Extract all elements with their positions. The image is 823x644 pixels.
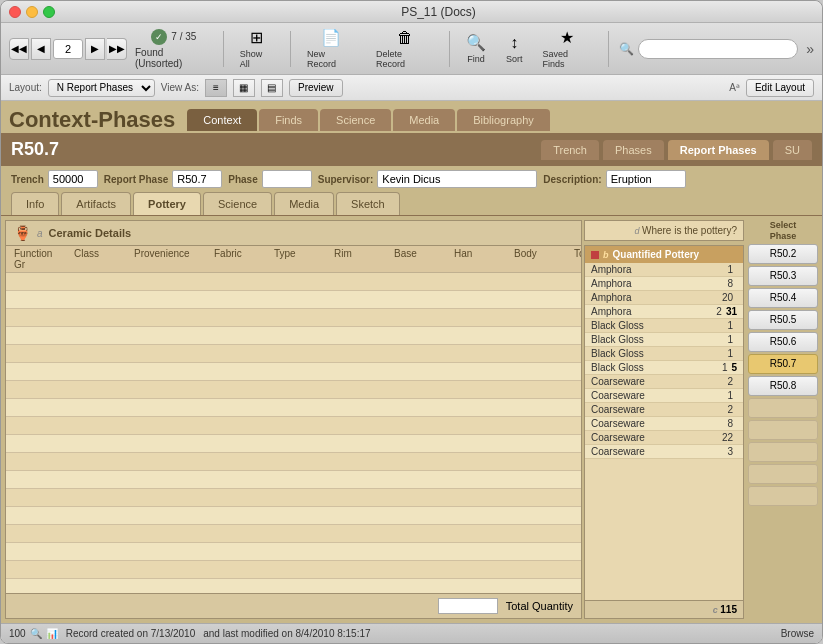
quantified-total: c 115 [585, 600, 743, 618]
nav-forward-button[interactable]: ▶ [85, 38, 105, 60]
tab-context[interactable]: Context [187, 109, 257, 131]
col-base: Base [394, 248, 454, 270]
section-tab-pottery[interactable]: Pottery [133, 192, 201, 215]
graph-icon: 📊 [46, 628, 58, 639]
subtab-trench[interactable]: Trench [541, 140, 599, 160]
table-view-button[interactable]: ▤ [261, 79, 283, 97]
saved-finds-button[interactable]: ★ Saved Finds [537, 26, 599, 71]
minimize-button[interactable] [26, 6, 38, 18]
find-button[interactable]: 🔍 Find [460, 31, 492, 66]
layout-select[interactable]: N Report Phases [48, 79, 155, 97]
preview-button[interactable]: Preview [289, 79, 343, 97]
phase-spacer-1 [748, 398, 818, 418]
ceramic-icon: 🏺 [14, 225, 31, 241]
subtab-su[interactable]: SU [773, 140, 812, 160]
maximize-button[interactable] [43, 6, 55, 18]
ceramic-columns: Function Gr Class Provenience Fabric Typ… [6, 246, 581, 273]
zoom-value: 100 [9, 628, 26, 639]
text-size-button[interactable]: Aᵃ [729, 82, 740, 93]
separator-2 [290, 31, 291, 67]
quant-row-5: Black Gloss 1 [585, 319, 743, 333]
ceramic-header: 🏺 a Ceramic Details [6, 221, 581, 246]
ceramic-row-7 [6, 381, 581, 399]
sort-button[interactable]: ↕ Sort [500, 32, 529, 66]
traffic-lights [9, 6, 55, 18]
quant-row-4: Amphora 2 31 [585, 305, 743, 319]
section-tab-science[interactable]: Science [203, 192, 272, 215]
toolbar: ◀◀ ◀ 2 ▶ ▶▶ ✓ 7 / 35 Found (Unsorted) ⊞ … [1, 23, 822, 75]
ceramic-row-4 [6, 327, 581, 345]
description-field: Description: [543, 170, 685, 188]
record-number[interactable]: 2 [53, 39, 83, 59]
subtab-report-phases[interactable]: Report Phases [668, 140, 769, 160]
section-tab-info[interactable]: Info [11, 192, 59, 215]
total-quantity-label: Total Quantity [506, 600, 573, 612]
note-b: b [603, 250, 609, 260]
window-title: PS_11 (Docs) [63, 5, 814, 19]
found-indicator: ✓ [151, 29, 167, 45]
section-tab-sketch[interactable]: Sketch [336, 192, 400, 215]
phase-btn-r50-4[interactable]: R50.4 [748, 288, 818, 308]
delete-record-button[interactable]: 🗑 Delete Record [370, 27, 439, 71]
supervisor-input[interactable] [377, 170, 537, 188]
description-label: Description: [543, 174, 601, 185]
ceramic-row-14 [6, 507, 581, 525]
close-button[interactable] [9, 6, 21, 18]
phase-btn-r50-2[interactable]: R50.2 [748, 244, 818, 264]
description-input[interactable] [606, 170, 686, 188]
found-count: 7 / 35 [171, 31, 196, 42]
quant-row-12: Coarseware 8 [585, 417, 743, 431]
trench-input[interactable] [48, 170, 98, 188]
quantified-header: b Quantified Pottery [585, 246, 743, 263]
report-phase-input[interactable] [172, 170, 222, 188]
ceramic-row-5 [6, 345, 581, 363]
ceramic-row-8 [6, 399, 581, 417]
tab-media[interactable]: Media [393, 109, 455, 131]
form-view-button[interactable]: ≡ [205, 79, 227, 97]
section-tab-artifacts[interactable]: Artifacts [61, 192, 131, 215]
phase-btn-r50-5[interactable]: R50.5 [748, 310, 818, 330]
phase-btn-r50-7[interactable]: R50.7 [748, 354, 818, 374]
ceramic-row-3 [6, 309, 581, 327]
trench-label: Trench [11, 174, 44, 185]
tab-science[interactable]: Science [320, 109, 391, 131]
subtab-phases[interactable]: Phases [603, 140, 664, 160]
toolbar-expand-icon[interactable]: » [806, 41, 814, 57]
section-tab-media[interactable]: Media [274, 192, 334, 215]
total-quantity-input[interactable] [438, 598, 498, 614]
ceramic-row-16 [6, 543, 581, 561]
tab-bibliography[interactable]: Bibliography [457, 109, 550, 131]
phase-btn-r50-6[interactable]: R50.6 [748, 332, 818, 352]
ceramic-row-12 [6, 471, 581, 489]
nav-back-button[interactable]: ◀ [31, 38, 51, 60]
main-content: Context-Phases Context Finds Science Med… [1, 101, 822, 623]
ceramic-row-17 [6, 561, 581, 579]
quantified-rows: Amphora 1 Amphora 8 Amphora 20 Amphora [585, 263, 743, 600]
record-header: R50.7 Trench Phases Report Phases SU [1, 133, 822, 166]
phase-spacer-4 [748, 464, 818, 484]
phase-btn-r50-3[interactable]: R50.3 [748, 266, 818, 286]
main-window: PS_11 (Docs) ◀◀ ◀ 2 ▶ ▶▶ ✓ 7 / 35 Found … [0, 0, 823, 644]
nav-back-back-button[interactable]: ◀◀ [9, 38, 29, 60]
supervisor-field: Supervisor: [318, 170, 538, 188]
list-view-button[interactable]: ▦ [233, 79, 255, 97]
phase-label: Phase [228, 174, 257, 185]
show-all-button[interactable]: ⊞ Show All [234, 26, 280, 71]
quant-row-10: Coarseware 1 [585, 389, 743, 403]
col-provenience: Provenience [134, 248, 214, 270]
phase-input[interactable] [262, 170, 312, 188]
ceramic-row-18 [6, 579, 581, 593]
phase-btn-r50-8[interactable]: R50.8 [748, 376, 818, 396]
ceramic-row-6 [6, 363, 581, 381]
edit-layout-button[interactable]: Edit Layout [746, 79, 814, 97]
quant-row-13: Coarseware 22 [585, 431, 743, 445]
tab-finds[interactable]: Finds [259, 109, 318, 131]
note-d: d [634, 226, 642, 236]
quant-row-6: Black Gloss 1 [585, 333, 743, 347]
ceramic-title: Ceramic Details [49, 227, 132, 239]
report-phase-label: Report Phase [104, 174, 168, 185]
new-record-button[interactable]: 📄 New Record [301, 26, 362, 71]
quant-row-1: Amphora 1 [585, 263, 743, 277]
search-input[interactable] [638, 39, 798, 59]
nav-forward-forward-button[interactable]: ▶▶ [107, 38, 127, 60]
